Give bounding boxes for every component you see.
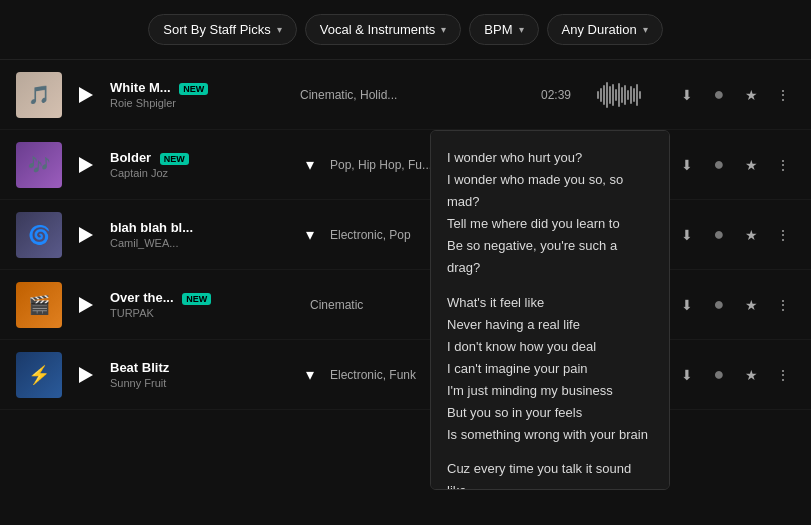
star-icon[interactable]: ★	[739, 153, 763, 177]
track-thumbnail: 🌀	[16, 212, 62, 258]
play-icon	[79, 87, 93, 103]
circle-icon[interactable]: ●	[707, 83, 731, 107]
lyric-line: But you so in your feels	[447, 402, 653, 424]
lyric-line: Is something wrong with your brain	[447, 424, 653, 446]
lyric-group: I wonder who hurt you?I wonder who made …	[447, 147, 653, 280]
track-actions: ⬇ ● ★ ⋮	[675, 293, 795, 317]
thumb-art: 🎬	[16, 282, 62, 328]
track-actions: ⬇ ● ★ ⋮	[675, 363, 795, 387]
star-icon[interactable]: ★	[739, 223, 763, 247]
expand-button[interactable]: ▾	[300, 155, 320, 175]
bpm-chevron-icon: ▾	[519, 24, 524, 35]
waveform-bar	[603, 85, 605, 105]
lyric-line: I don't know how you deal	[447, 336, 653, 358]
duration-button[interactable]: Any Duration ▾	[547, 14, 663, 45]
lyric-line: I wonder who hurt you?	[447, 147, 653, 169]
track-list: 🎵 White M... NEW Roie Shpigler Cinematic…	[0, 60, 811, 410]
expand-button[interactable]: ▾	[300, 365, 320, 385]
more-icon[interactable]: ⋮	[771, 293, 795, 317]
waveform-bars	[597, 81, 641, 109]
waveform-bar	[621, 87, 623, 103]
star-icon[interactable]: ★	[739, 83, 763, 107]
download-icon[interactable]: ⬇	[675, 293, 699, 317]
waveform-bar	[612, 84, 614, 106]
track-thumbnail: 🎶	[16, 142, 62, 188]
star-icon[interactable]: ★	[739, 363, 763, 387]
circle-icon[interactable]: ●	[707, 223, 731, 247]
vocal-instruments-label: Vocal & Instruments	[320, 22, 436, 37]
thumb-art: 🌀	[16, 212, 62, 258]
play-icon	[79, 367, 93, 383]
track-row: 🌀 blah blah bl... Camil_WEA... ▾ Electro…	[0, 200, 811, 270]
play-button[interactable]	[72, 81, 100, 109]
lyric-line: I wonder who made you so, so mad?	[447, 169, 653, 213]
play-button[interactable]	[72, 221, 100, 249]
track-thumbnail: 🎬	[16, 282, 62, 328]
track-info: Over the... NEW TURPAK	[110, 290, 290, 319]
play-button[interactable]	[72, 361, 100, 389]
thumb-art: 🎵	[16, 72, 62, 118]
thumb-art: ⚡	[16, 352, 62, 398]
track-info: Beat Blitz Sunny Fruit	[110, 360, 290, 389]
more-icon[interactable]: ⋮	[771, 83, 795, 107]
toolbar: Sort By Staff Picks ▾ Vocal & Instrument…	[0, 0, 811, 60]
waveform-bar	[636, 84, 638, 106]
download-icon[interactable]: ⬇	[675, 223, 699, 247]
sort-by-button[interactable]: Sort By Staff Picks ▾	[148, 14, 296, 45]
play-icon	[79, 297, 93, 313]
track-actions: ⬇ ● ★ ⋮	[675, 153, 795, 177]
waveform-bar	[624, 85, 626, 105]
lyric-line: What's it feel like	[447, 292, 653, 314]
track-artist: TURPAK	[110, 307, 290, 319]
play-icon	[79, 157, 93, 173]
play-icon	[79, 227, 93, 243]
waveform-bar	[600, 88, 602, 102]
new-badge: NEW	[160, 153, 189, 165]
duration-label: Any Duration	[562, 22, 637, 37]
download-icon[interactable]: ⬇	[675, 83, 699, 107]
waveform-bar	[630, 86, 632, 104]
track-info: Bolder NEW Captain Joz	[110, 150, 290, 179]
track-info: White M... NEW Roie Shpigler	[110, 80, 290, 109]
lyric-line: Cuz every time you talk it sound like	[447, 458, 653, 490]
circle-icon[interactable]: ●	[707, 293, 731, 317]
track-artist: Camil_WEA...	[110, 237, 290, 249]
vocal-instruments-button[interactable]: Vocal & Instruments ▾	[305, 14, 462, 45]
waveform-bar	[627, 90, 629, 100]
download-icon[interactable]: ⬇	[675, 363, 699, 387]
lyric-line: Be so negative, you're such a drag?	[447, 235, 653, 279]
lyrics-overlay: I wonder who hurt you?I wonder who made …	[430, 130, 670, 490]
download-icon[interactable]: ⬇	[675, 153, 699, 177]
waveform-bar	[618, 83, 620, 107]
new-badge: NEW	[182, 293, 211, 305]
play-button[interactable]	[72, 291, 100, 319]
track-artist: Roie Shpigler	[110, 97, 290, 109]
track-title: White M... NEW	[110, 80, 270, 95]
waveform-bar	[633, 88, 635, 102]
track-row: 🎵 White M... NEW Roie Shpigler Cinematic…	[0, 60, 811, 130]
track-artist: Captain Joz	[110, 167, 290, 179]
duration-chevron-icon: ▾	[643, 24, 648, 35]
more-icon[interactable]: ⋮	[771, 153, 795, 177]
bpm-button[interactable]: BPM ▾	[469, 14, 538, 45]
star-icon[interactable]: ★	[739, 293, 763, 317]
waveform-bar	[597, 91, 599, 99]
play-button[interactable]	[72, 151, 100, 179]
more-icon[interactable]: ⋮	[771, 223, 795, 247]
lyric-line: I'm just minding my business	[447, 380, 653, 402]
track-actions: ⬇ ● ★ ⋮	[675, 223, 795, 247]
track-thumbnail: ⚡	[16, 352, 62, 398]
circle-icon[interactable]: ●	[707, 153, 731, 177]
track-title: Bolder NEW	[110, 150, 270, 165]
track-genre: Cinematic	[310, 298, 440, 312]
track-row: 🎬 Over the... NEW TURPAK Cinematic ⬇ ● ★…	[0, 270, 811, 340]
track-title: blah blah bl...	[110, 220, 270, 235]
more-icon[interactable]: ⋮	[771, 363, 795, 387]
new-badge: NEW	[179, 83, 208, 95]
track-genre: Cinematic, Holid...	[300, 88, 430, 102]
track-row: ⚡ Beat Blitz Sunny Fruit ▾ Electronic, F…	[0, 340, 811, 410]
track-duration: 02:39	[521, 88, 571, 102]
expand-button[interactable]: ▾	[300, 225, 320, 245]
circle-icon[interactable]: ●	[707, 363, 731, 387]
lyric-group: Cuz every time you talk it sound likeBla…	[447, 458, 653, 490]
